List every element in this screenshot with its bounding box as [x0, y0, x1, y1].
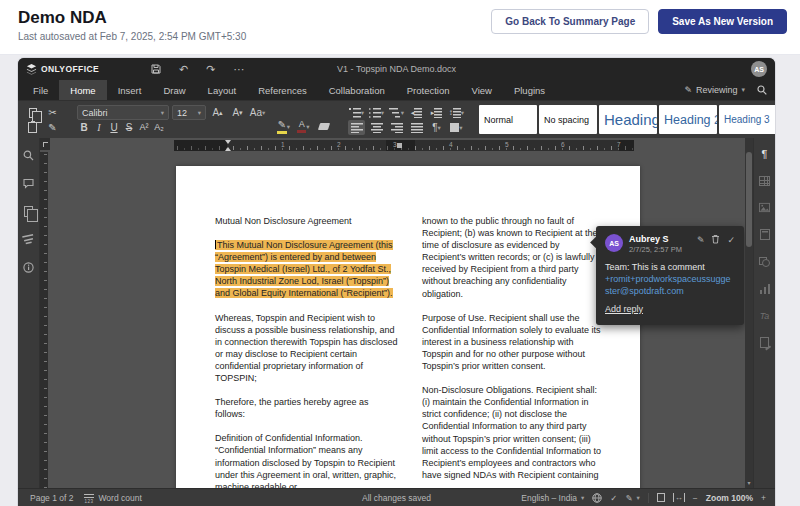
- edit-comment-icon[interactable]: ✎: [697, 235, 705, 245]
- doc-paragraph[interactable]: Whereas, Topspin and Recipient wish to d…: [215, 312, 398, 385]
- vertical-ruler[interactable]: [40, 152, 48, 488]
- format-button[interactable]: U: [107, 122, 121, 133]
- decrease-font-icon[interactable]: A▾: [229, 105, 246, 120]
- clear-formatting-icon[interactable]: [315, 119, 332, 134]
- highlight-color-icon[interactable]: ✎▾: [275, 119, 292, 134]
- menu-tab[interactable]: Insert: [107, 80, 153, 100]
- navigation-icon[interactable]: [21, 204, 37, 219]
- page-indicator[interactable]: Page 1 of 2: [30, 493, 73, 503]
- tab-stop-selector[interactable]: [40, 138, 50, 150]
- chart-settings-icon[interactable]: [757, 281, 773, 296]
- doc-paragraph[interactable]: Non-Disclosure Obligations. Recipient sh…: [422, 384, 605, 481]
- status-bar: Page 1 of 2 123 Word count All changes s…: [18, 488, 775, 506]
- indent-marker[interactable]: [225, 140, 232, 151]
- set-language-icon[interactable]: [592, 493, 602, 503]
- paragraph-settings-icon[interactable]: ¶: [757, 146, 773, 161]
- horizontal-ruler[interactable]: 1234567: [174, 140, 634, 151]
- zoom-level[interactable]: Zoom 100%: [706, 493, 753, 503]
- shape-settings-icon[interactable]: [757, 254, 773, 269]
- vertical-scrollbar[interactable]: ▾: [745, 138, 753, 488]
- menu-tab[interactable]: Plugins: [503, 80, 556, 100]
- decrease-indent-icon[interactable]: ◂: [408, 105, 425, 120]
- word-count-button[interactable]: 123 Word count: [84, 493, 141, 503]
- undo-icon[interactable]: ↶: [179, 64, 188, 75]
- fit-page-icon[interactable]: [657, 493, 665, 502]
- save-icon[interactable]: [151, 64, 161, 74]
- font-color-icon[interactable]: A▾: [295, 119, 312, 134]
- font-name-select[interactable]: Calibri ▾: [77, 105, 169, 120]
- doc-paragraph[interactable]: Therefore, the parties hereby agree as f…: [215, 396, 398, 420]
- paragraph-style[interactable]: Heading 1: [599, 105, 657, 134]
- review-mode-button[interactable]: ✎ Reviewing ▾: [684, 85, 745, 95]
- doc-paragraph[interactable]: Purpose of Use. Recipient shall use the …: [422, 312, 605, 372]
- line-spacing-icon[interactable]: ↕▾: [448, 105, 465, 120]
- numbered-list-icon[interactable]: ▾: [368, 105, 385, 120]
- shading-icon[interactable]: ▾: [448, 120, 465, 135]
- menu-tab[interactable]: References: [247, 80, 318, 100]
- document-canvas[interactable]: 1234567 Mutual Non Disclosure AgreementT…: [40, 138, 745, 488]
- zoom-out-icon[interactable]: −: [693, 493, 698, 503]
- scroll-down-icon[interactable]: ▾: [745, 477, 753, 488]
- doc-paragraph[interactable]: Definition of Confidential Information. …: [215, 432, 398, 488]
- increase-indent-icon[interactable]: ▸: [428, 105, 445, 120]
- paragraph-style[interactable]: Heading 2: [659, 105, 717, 134]
- font-size-select[interactable]: 12 ▾: [172, 105, 206, 120]
- menu-tab[interactable]: View: [460, 80, 502, 100]
- resolve-comment-icon[interactable]: ✓: [727, 235, 735, 245]
- track-changes-icon[interactable]: ✎ ▾: [625, 493, 639, 503]
- save-as-new-version-button[interactable]: Save As New Version: [658, 9, 787, 34]
- signature-settings-icon[interactable]: [757, 335, 773, 350]
- scrollbar-thumb[interactable]: [746, 152, 752, 247]
- copy-icon[interactable]: [24, 105, 41, 120]
- change-case-icon[interactable]: Aa▾: [249, 105, 266, 120]
- menu-tab[interactable]: Collaboration: [318, 80, 396, 100]
- increase-font-icon[interactable]: A▴: [209, 105, 226, 120]
- comments-icon[interactable]: [21, 176, 37, 191]
- multilevel-list-icon[interactable]: ▾: [388, 105, 405, 120]
- doc-paragraph[interactable]: This Mutual Non Disclosure Agreement (th…: [215, 239, 398, 299]
- format-button[interactable]: I: [92, 122, 106, 133]
- format-button[interactable]: A²: [137, 122, 151, 132]
- align-center-icon[interactable]: [368, 120, 385, 135]
- align-justify-icon[interactable]: [408, 120, 425, 135]
- menu-tab[interactable]: Home: [59, 80, 106, 100]
- doc-paragraph[interactable]: known to the public through no fault of …: [422, 215, 605, 300]
- user-avatar[interactable]: AS: [751, 61, 767, 77]
- menu-tab[interactable]: Protection: [396, 80, 461, 100]
- find-icon[interactable]: [21, 148, 37, 163]
- bullet-list-icon[interactable]: ▾: [348, 105, 365, 120]
- add-reply-link[interactable]: Add reply: [605, 304, 643, 314]
- about-icon[interactable]: [21, 260, 37, 275]
- text-art-settings-icon[interactable]: Ta: [757, 308, 773, 323]
- search-icon[interactable]: [757, 85, 767, 95]
- nonprinting-characters-icon[interactable]: ¶▾: [428, 120, 445, 135]
- delete-comment-icon[interactable]: [711, 234, 720, 246]
- format-button[interactable]: S: [122, 122, 136, 133]
- header-footer-settings-icon[interactable]: [757, 227, 773, 242]
- language-select[interactable]: English – India ▾: [521, 493, 584, 503]
- comment-mention-link[interactable]: +romit+prodworkspaceussuggester@spotdraf…: [605, 274, 731, 296]
- paragraph-style[interactable]: Normal: [479, 105, 537, 134]
- feedback-support-icon[interactable]: [21, 232, 37, 247]
- align-left-icon[interactable]: [348, 120, 365, 135]
- doc-paragraph[interactable]: Mutual Non Disclosure Agreement: [215, 215, 398, 227]
- table-settings-icon[interactable]: [757, 173, 773, 188]
- paragraph-style[interactable]: No spacing: [539, 105, 597, 134]
- menu-tab[interactable]: Draw: [152, 80, 196, 100]
- format-button[interactable]: A₂: [152, 122, 166, 132]
- document-page[interactable]: Mutual Non Disclosure AgreementThis Mutu…: [176, 166, 640, 488]
- paragraph-style[interactable]: Heading 3: [719, 105, 775, 134]
- image-settings-icon[interactable]: [757, 200, 773, 215]
- go-back-button[interactable]: Go Back To Summary Page: [491, 9, 649, 34]
- redo-icon[interactable]: ↷: [206, 64, 215, 75]
- spell-check-icon[interactable]: ✓: [610, 493, 617, 503]
- menu-tab[interactable]: Layout: [197, 80, 248, 100]
- more-actions-icon[interactable]: ⋯: [233, 64, 244, 75]
- align-right-icon[interactable]: [388, 120, 405, 135]
- zoom-in-icon[interactable]: +: [761, 493, 766, 503]
- format-button[interactable]: B: [77, 122, 91, 133]
- format-painter-icon[interactable]: ✎: [44, 120, 61, 135]
- fit-width-icon[interactable]: ↔: [673, 493, 685, 502]
- menu-tab[interactable]: File: [22, 80, 59, 100]
- cut-icon[interactable]: ✂: [44, 105, 61, 120]
